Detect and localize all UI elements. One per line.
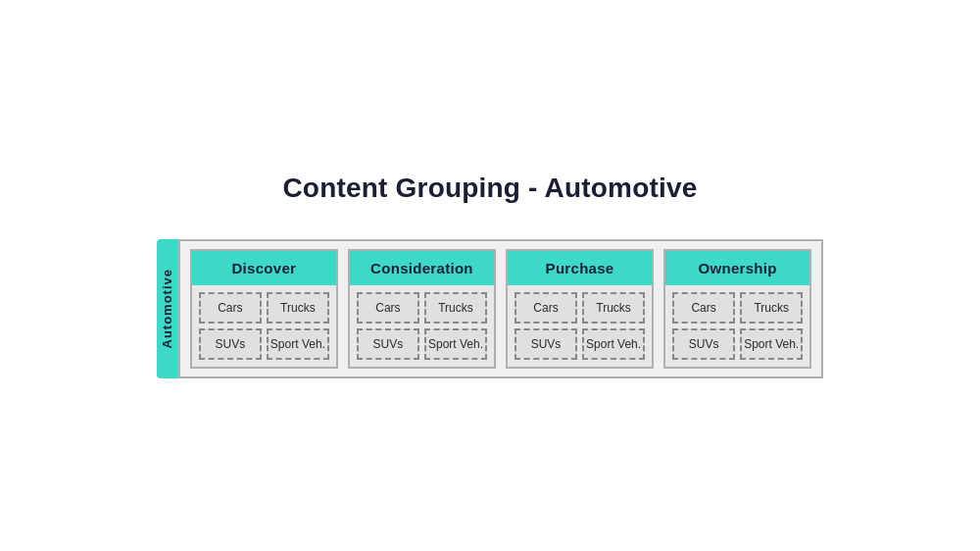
item-cell: Sport Veh. <box>267 328 329 360</box>
item-cell: Cars <box>357 292 419 324</box>
phase-discover: DiscoverCarsTrucksSUVsSport Veh. <box>190 249 338 369</box>
item-cell: Trucks <box>424 292 487 324</box>
item-cell: Cars <box>672 292 735 324</box>
phase-header-consideration: Consideration <box>350 251 494 285</box>
item-cell: Sport Veh. <box>582 328 645 360</box>
phase-items-discover: CarsTrucksSUVsSport Veh. <box>192 285 336 367</box>
main-sections: DiscoverCarsTrucksSUVsSport Veh.Consider… <box>178 239 823 378</box>
item-cell: Sport Veh. <box>740 328 803 360</box>
item-cell: Sport Veh. <box>424 328 487 360</box>
item-cell: Trucks <box>582 292 645 324</box>
diagram: Automotive DiscoverCarsTrucksSUVsSport V… <box>157 239 823 378</box>
item-cell: SUVs <box>357 328 419 360</box>
item-cell: Cars <box>199 292 262 324</box>
item-cell: Trucks <box>740 292 803 324</box>
row-label-bar: Automotive <box>157 239 178 378</box>
phase-header-purchase: Purchase <box>508 251 652 285</box>
item-cell: SUVs <box>199 328 262 360</box>
item-cell: Trucks <box>267 292 329 324</box>
row-label: Automotive <box>160 269 174 349</box>
phase-ownership: OwnershipCarsTrucksSUVsSport Veh. <box>663 249 811 369</box>
page-title: Content Grouping - Automotive <box>282 173 697 204</box>
phase-items-consideration: CarsTrucksSUVsSport Veh. <box>350 285 494 367</box>
page-container: Content Grouping - Automotive Automotive… <box>0 0 980 551</box>
phase-header-discover: Discover <box>192 251 336 285</box>
phase-header-ownership: Ownership <box>665 251 809 285</box>
phase-items-ownership: CarsTrucksSUVsSport Veh. <box>665 285 809 367</box>
item-cell: SUVs <box>672 328 735 360</box>
item-cell: Cars <box>514 292 577 324</box>
phase-items-purchase: CarsTrucksSUVsSport Veh. <box>508 285 652 367</box>
item-cell: SUVs <box>514 328 577 360</box>
phase-purchase: PurchaseCarsTrucksSUVsSport Veh. <box>506 249 654 369</box>
phase-consideration: ConsiderationCarsTrucksSUVsSport Veh. <box>348 249 496 369</box>
